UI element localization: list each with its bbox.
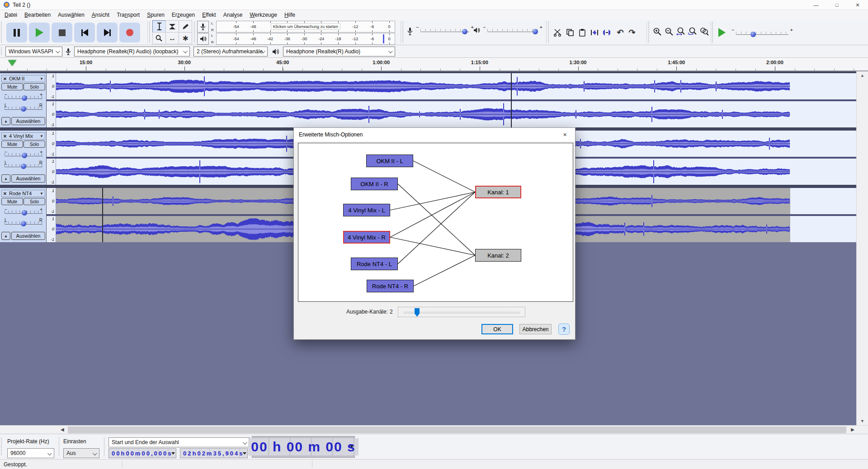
gain-thumb[interactable]: [22, 153, 27, 158]
timeline-ruler[interactable]: 15:0030:0045:001:00:001:15:001:30:001:45…: [0, 58, 868, 71]
selection-end-field[interactable]: 02h02m35,904s: [180, 448, 248, 458]
ok-button[interactable]: OK: [481, 324, 513, 334]
recording-meter-grip[interactable]: [194, 22, 196, 43]
horizontal-scrollbar[interactable]: ◀ ▶: [0, 425, 868, 434]
cut-button[interactable]: [552, 27, 563, 38]
zoom-toggle-button[interactable]: [699, 26, 710, 37]
selection-toolbar-grip[interactable]: [1, 438, 3, 455]
redo-button[interactable]: ↷: [627, 27, 637, 38]
selection-start-field[interactable]: 00h00m00,000s: [108, 448, 176, 458]
slider-thumb[interactable]: [415, 308, 420, 317]
play-button[interactable]: [29, 23, 50, 42]
track-close-icon[interactable]: ✕: [2, 191, 8, 196]
envelope-tool-button[interactable]: [165, 20, 179, 33]
mix-source-box[interactable]: Rode NT4 - L: [351, 258, 398, 270]
menu-item-transport[interactable]: Transport: [113, 10, 143, 19]
mix-source-box[interactable]: Rode NT4 - R: [367, 280, 414, 292]
track-close-icon[interactable]: ✕: [2, 134, 8, 139]
zoom-tool-button[interactable]: [152, 32, 166, 44]
waveform-channel-right[interactable]: [56, 101, 790, 127]
menu-item-auswhlen[interactable]: Auswählen: [54, 10, 88, 19]
draw-tool-button[interactable]: [179, 20, 192, 33]
gain-thumb[interactable]: [22, 95, 27, 101]
silence-audio-button[interactable]: [601, 27, 612, 38]
vertical-ruler[interactable]: 10-1: [47, 131, 56, 157]
selection-tool-button[interactable]: [152, 20, 166, 33]
vertical-ruler[interactable]: 10-1: [47, 73, 56, 99]
play-speed-thumb[interactable]: [750, 32, 756, 37]
solo-button[interactable]: Solo: [24, 83, 45, 90]
recording-volume-thumb[interactable]: [462, 29, 467, 34]
pan-thumb[interactable]: [21, 221, 26, 226]
undo-button[interactable]: ↶: [615, 27, 626, 38]
menu-item-analyse[interactable]: Analyse: [220, 10, 246, 19]
playback-device-select[interactable]: Headphone (Realtek(R) Audio): [283, 47, 395, 56]
paste-button[interactable]: [577, 27, 588, 38]
collapse-button[interactable]: ▲: [1, 232, 10, 240]
menu-item-ansicht[interactable]: Ansicht: [88, 10, 113, 19]
pan-thumb[interactable]: [21, 106, 26, 112]
audio-host-select[interactable]: Windows WASAPI: [5, 47, 62, 56]
recording-device-select[interactable]: Headphone (Realtek(R) Audio) (loopback): [74, 47, 190, 56]
playback-meter-speaker-button[interactable]: [197, 33, 209, 45]
track-name[interactable]: Rode NT4: [8, 191, 40, 196]
tools-grip[interactable]: [149, 22, 151, 43]
zoom-toolbar-grip[interactable]: [648, 22, 651, 43]
track-close-icon[interactable]: ✕: [2, 76, 8, 81]
pan-thumb[interactable]: [21, 164, 26, 169]
trim-audio-button[interactable]: [589, 27, 600, 38]
vertical-ruler[interactable]: 10-1: [47, 216, 56, 242]
zoom-selection-button[interactable]: [675, 26, 686, 37]
mute-button[interactable]: Mute: [1, 141, 23, 148]
mix-channel-box[interactable]: Kanal: 2: [475, 249, 521, 262]
copy-button[interactable]: [565, 27, 576, 38]
timeshift-tool-button[interactable]: ↔: [165, 32, 179, 44]
select-button[interactable]: Auswählen: [11, 174, 45, 183]
dropdown-arrow-icon[interactable]: [243, 452, 246, 455]
mix-channel-box[interactable]: Kanal: 1: [475, 186, 521, 198]
skip-to-end-button[interactable]: [97, 23, 118, 42]
mute-button[interactable]: Mute: [1, 83, 23, 90]
solo-button[interactable]: Solo: [24, 141, 45, 148]
selection-mode-select[interactable]: Start und Ende der Auswahl: [108, 437, 250, 447]
recording-meter[interactable]: LR -54-48-12-60Klicken um Überwachung zu…: [216, 21, 395, 33]
maximize-button[interactable]: □: [826, 0, 847, 10]
scroll-up-icon[interactable]: ▲: [860, 73, 864, 78]
zoom-in-button[interactable]: [652, 26, 663, 37]
track-control-panel[interactable]: ✕ OKM II ▼ Mute Solo −+ LR ▲ Auswählen: [0, 73, 47, 127]
skip-to-start-button[interactable]: [74, 23, 95, 42]
multi-tool-button[interactable]: ∗: [179, 32, 192, 44]
playback-volume-thumb[interactable]: [533, 29, 538, 34]
menu-item-spuren[interactable]: Spuren: [143, 10, 168, 19]
transport-grip[interactable]: [1, 22, 3, 43]
scroll-right-icon[interactable]: ▶: [851, 427, 854, 432]
snap-select[interactable]: Aus: [63, 448, 99, 458]
select-button[interactable]: Auswählen: [11, 117, 45, 125]
track-menu-icon[interactable]: ▼: [40, 77, 45, 81]
output-channels-slider[interactable]: [398, 307, 525, 317]
minimize-button[interactable]: —: [806, 0, 826, 10]
track-title-bar[interactable]: ✕ OKM II ▼: [1, 75, 45, 82]
device-grip[interactable]: [1, 47, 3, 55]
pan-slider[interactable]: LR: [4, 161, 43, 169]
horizontal-scroll-thumb[interactable]: [68, 427, 846, 433]
solo-button[interactable]: Solo: [24, 198, 45, 205]
select-button[interactable]: Auswählen: [11, 232, 45, 240]
menu-item-werkzeuge[interactable]: Werkzeuge: [246, 10, 280, 19]
menu-item-effekt[interactable]: Effekt: [198, 10, 219, 19]
track-control-panel[interactable]: ✕ Rode NT4 ▼ Mute Solo −+ LR ▲ Auswählen: [0, 188, 47, 242]
track-control-panel[interactable]: ✕ 4 Vinyl Mix ▼ Mute Solo −+ LR ▲ Auswäh…: [0, 131, 47, 185]
recording-volume-slider[interactable]: −+: [420, 26, 469, 34]
play-pin-icon[interactable]: [8, 60, 16, 66]
recording-channels-select[interactable]: 2 (Stereo) Aufnahmekanäle: [193, 47, 268, 56]
vertical-ruler[interactable]: 10-1: [47, 159, 56, 185]
track-name[interactable]: 4 Vinyl Mix: [8, 133, 40, 139]
play-at-speed-button[interactable]: [715, 24, 729, 41]
dropdown-arrow-icon[interactable]: [171, 452, 175, 455]
pan-slider[interactable]: LR: [4, 219, 43, 227]
track-title-bar[interactable]: ✕ 4 Vinyl Mix ▼: [1, 132, 45, 140]
edit-toolbar-grip[interactable]: [548, 22, 550, 43]
dialog-close-button[interactable]: ×: [555, 128, 575, 141]
collapse-button[interactable]: ▲: [1, 174, 10, 183]
mixing-diagram-canvas[interactable]: OKM II - LOKM II - R4 Vinyl Mix - L4 Vin…: [298, 143, 573, 302]
